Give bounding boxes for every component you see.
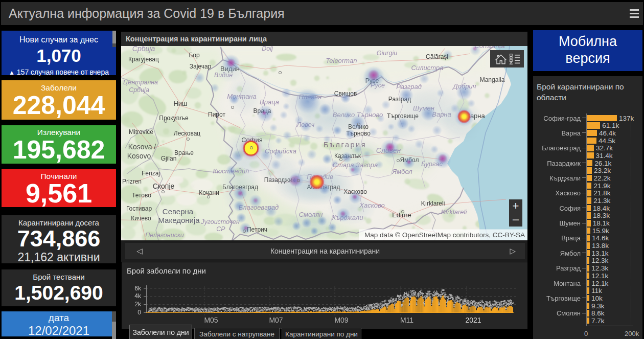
svg-text:Србија: Србија	[132, 46, 155, 53]
svg-text:Бор: Бор	[189, 52, 200, 59]
svg-text:Kosovo: Kosovo	[127, 152, 151, 160]
svg-text:Dolj: Dolj	[262, 46, 273, 52]
svg-text:Giurgiu: Giurgiu	[377, 50, 397, 57]
svg-text:Teleorman: Teleorman	[326, 57, 357, 64]
svg-text:Централна: Централна	[123, 79, 158, 86]
svg-text:Силистра: Силистра	[411, 64, 444, 72]
svg-text:Враца: Враца	[260, 98, 279, 106]
svg-text:Србија: Србија	[129, 86, 149, 94]
svg-text:Крагујевац: Крагујевац	[128, 56, 159, 63]
svg-text:Зајечар: Зајечар	[190, 63, 212, 70]
svg-text:Ниш: Ниш	[173, 100, 187, 107]
svg-text:Mangalia: Mangalia	[480, 76, 505, 83]
